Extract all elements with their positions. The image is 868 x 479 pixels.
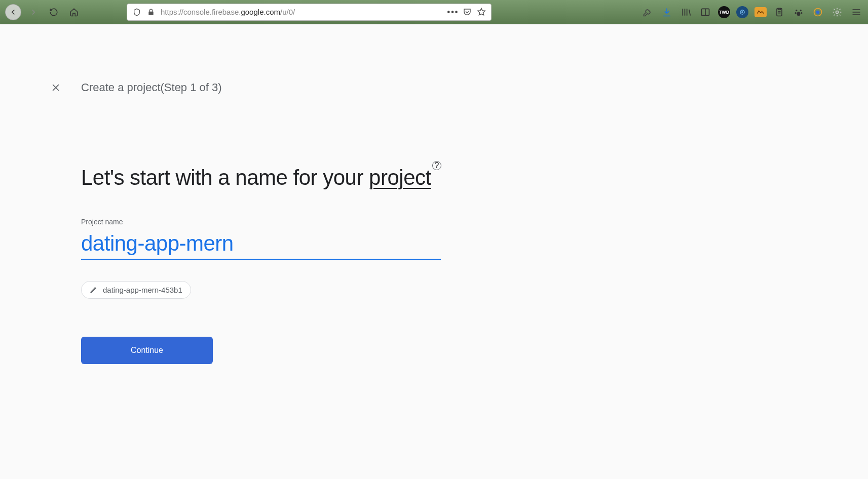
back-button[interactable] bbox=[5, 4, 21, 20]
svg-point-8 bbox=[797, 12, 801, 16]
browser-toolbar: https://console.firebase.google.com/u/0/… bbox=[0, 0, 868, 24]
wrench-icon[interactable] bbox=[641, 6, 654, 19]
extension-gear-blue-icon[interactable] bbox=[736, 6, 748, 18]
toolbar-right: TWD bbox=[641, 6, 863, 19]
more-icon[interactable]: ••• bbox=[448, 8, 458, 17]
lock-icon bbox=[146, 8, 156, 17]
wizard-header: Create a project(Step 1 of 3) bbox=[51, 81, 222, 94]
main-form: Let's start with a name for your project… bbox=[81, 164, 446, 364]
bookmark-star-icon[interactable] bbox=[477, 8, 486, 17]
pencil-icon bbox=[90, 286, 98, 294]
help-icon[interactable]: ? bbox=[432, 161, 441, 170]
step-title: Create a project(Step 1 of 3) bbox=[81, 81, 222, 94]
forward-button[interactable] bbox=[25, 4, 42, 20]
continue-button[interactable]: Continue bbox=[81, 337, 213, 364]
project-name-label: Project name bbox=[81, 218, 446, 226]
library-icon[interactable] bbox=[680, 6, 693, 19]
settings-gear-icon[interactable] bbox=[831, 6, 844, 19]
svg-point-2 bbox=[742, 11, 743, 12]
sidebar-icon[interactable] bbox=[699, 6, 712, 19]
shield-icon bbox=[132, 8, 141, 17]
svg-point-6 bbox=[795, 12, 797, 14]
page-heading: Let's start with a name for your project… bbox=[81, 164, 446, 192]
svg-point-4 bbox=[796, 10, 797, 11]
paw-icon[interactable] bbox=[792, 6, 805, 19]
svg-point-5 bbox=[800, 10, 802, 11]
hamburger-menu-icon[interactable] bbox=[850, 6, 863, 19]
page-content: Create a project(Step 1 of 3) Let's star… bbox=[0, 24, 868, 479]
extension-circle-icon[interactable] bbox=[811, 6, 824, 19]
project-id-chip[interactable]: dating-app-mern-453b1 bbox=[81, 281, 191, 299]
address-bar[interactable]: https://console.firebase.google.com/u/0/… bbox=[127, 4, 492, 21]
extension-twd-icon[interactable]: TWD bbox=[718, 6, 730, 18]
download-icon[interactable] bbox=[660, 6, 673, 19]
svg-point-10 bbox=[816, 10, 820, 14]
reload-button[interactable] bbox=[46, 4, 62, 20]
svg-point-11 bbox=[836, 11, 839, 13]
clipboard-icon[interactable] bbox=[773, 6, 786, 19]
svg-point-1 bbox=[740, 10, 744, 14]
project-id-text: dating-app-mern-453b1 bbox=[103, 286, 182, 294]
project-name-input[interactable] bbox=[81, 228, 441, 260]
svg-point-7 bbox=[801, 12, 802, 14]
pocket-icon[interactable] bbox=[463, 8, 472, 17]
extension-orange-icon[interactable] bbox=[754, 7, 767, 17]
url-text: https://console.firebase.google.com/u/0/ bbox=[161, 8, 443, 16]
home-button[interactable] bbox=[66, 4, 82, 20]
close-button[interactable] bbox=[51, 83, 61, 93]
